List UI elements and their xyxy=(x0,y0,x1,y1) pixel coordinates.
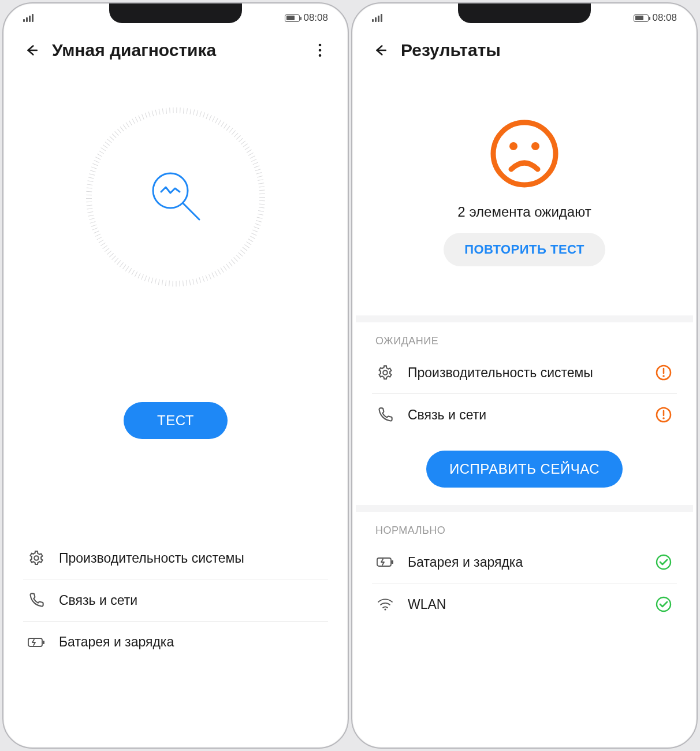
divider xyxy=(356,505,693,512)
notch xyxy=(458,3,591,23)
list-item-battery[interactable]: Батарея и зарядка xyxy=(372,541,677,583)
svg-line-6 xyxy=(183,203,199,220)
phone-icon xyxy=(27,592,46,608)
svg-point-1 xyxy=(319,44,322,47)
page-title: Умная диагностика xyxy=(52,40,299,60)
list-item-performance[interactable]: Производительность системы xyxy=(23,537,328,579)
svg-point-13 xyxy=(531,142,539,150)
svg-point-14 xyxy=(383,370,387,374)
fix-now-button[interactable]: ИСПРАВИТЬ СЕЙЧАС xyxy=(426,451,623,488)
category-list: Производительность системы Связь и сети … xyxy=(7,537,344,663)
divider xyxy=(356,315,693,322)
hero-area: 2 элемента ожидают ПОВТОРИТЬ ТЕСТ xyxy=(356,67,693,315)
waiting-list: Производительность системы Связь и сети xyxy=(356,352,693,436)
pending-text: 2 элемента ожидают xyxy=(457,204,591,220)
list-item-label: Батарея и зарядка xyxy=(59,634,325,650)
wifi-icon xyxy=(375,597,395,611)
svg-point-11 xyxy=(493,122,556,185)
battery-charge-icon xyxy=(375,556,395,568)
phone-right: 08:08 Результаты 2 элемента ожидают ПОВТ… xyxy=(351,2,698,749)
section-normal-header: НОРМАЛЬНО xyxy=(356,512,693,541)
list-item-label: Батарея и зарядка xyxy=(408,555,641,570)
retry-button[interactable]: ПОВТОРИТЬ ТЕСТ xyxy=(444,233,605,266)
list-item-label: WLAN xyxy=(408,597,641,612)
sad-face-icon xyxy=(487,116,562,191)
svg-point-17 xyxy=(662,375,665,377)
list-item-performance[interactable]: Производительность системы xyxy=(372,352,677,394)
list-item-label: Связь и сети xyxy=(408,407,641,423)
test-button[interactable]: ТЕСТ xyxy=(124,402,228,439)
svg-point-3 xyxy=(319,54,322,57)
normal-list: Батарея и зарядка WLAN xyxy=(356,541,693,625)
svg-point-12 xyxy=(509,142,517,150)
gear-icon xyxy=(27,550,46,566)
battery-icon xyxy=(634,14,649,22)
header: Результаты xyxy=(356,29,693,67)
list-item-wlan[interactable]: WLAN xyxy=(372,583,677,625)
alert-icon xyxy=(654,365,673,381)
list-item-label: Связь и сети xyxy=(59,593,325,608)
list-item-label: Производительность системы xyxy=(408,365,641,381)
list-item-battery[interactable]: Батарея и зарядка xyxy=(23,622,328,663)
svg-point-23 xyxy=(657,555,671,569)
more-button[interactable] xyxy=(312,42,328,58)
gear-icon xyxy=(375,365,395,381)
back-button[interactable] xyxy=(23,42,39,58)
back-button[interactable] xyxy=(372,42,388,58)
status-time: 08:08 xyxy=(303,12,328,24)
svg-rect-9 xyxy=(43,641,44,644)
section-waiting-header: ОЖИДАНИЕ xyxy=(356,322,693,352)
svg-point-24 xyxy=(384,608,386,610)
notch xyxy=(109,3,242,23)
status-time: 08:08 xyxy=(652,12,677,24)
svg-point-20 xyxy=(662,417,665,419)
phone-icon xyxy=(375,407,395,423)
list-item-label: Производительность системы xyxy=(59,551,325,566)
signal-icon xyxy=(23,14,33,22)
magnifier-icon xyxy=(144,164,207,230)
svg-point-2 xyxy=(319,49,322,52)
svg-point-7 xyxy=(34,556,38,560)
svg-point-25 xyxy=(657,597,671,611)
list-item-network[interactable]: Связь и сети xyxy=(372,394,677,436)
phone-left: 08:08 Умная диагностика xyxy=(2,2,349,749)
hero-area xyxy=(7,67,344,327)
page-title: Результаты xyxy=(401,40,677,60)
list-item-network[interactable]: Связь и сети xyxy=(23,579,328,622)
signal-icon xyxy=(372,14,382,22)
alert-icon xyxy=(654,407,673,423)
svg-rect-22 xyxy=(392,560,393,564)
battery-charge-icon xyxy=(27,637,46,648)
header: Умная диагностика xyxy=(7,29,344,67)
check-icon xyxy=(654,596,673,612)
check-icon xyxy=(654,554,673,570)
battery-icon xyxy=(285,14,300,22)
